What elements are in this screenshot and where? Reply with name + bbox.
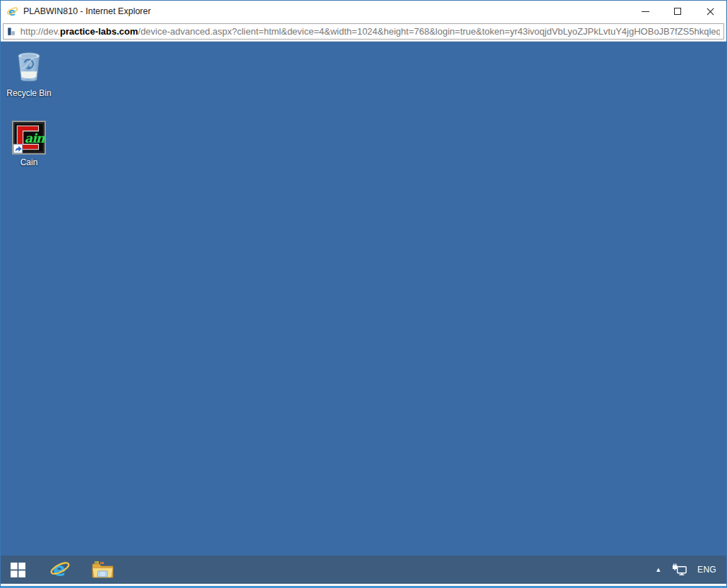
close-icon: [707, 8, 714, 16]
url-field[interactable]: http://dev.practice-labs.com/device-adva…: [3, 23, 724, 40]
url-text: http://dev.practice-labs.com/device-adva…: [20, 26, 720, 37]
window-title: PLABWIN810 - Internet Explorer: [23, 6, 151, 16]
folder-icon: [92, 560, 114, 580]
language-indicator[interactable]: ENG: [697, 565, 716, 575]
windows-logo-icon: [11, 563, 25, 577]
desktop-icon-cain[interactable]: ain Cain: [2, 121, 56, 167]
maximize-icon: [674, 8, 681, 15]
ie-window: e PLABWIN810 - Internet Explorer http://…: [0, 0, 727, 588]
ethernet-network-icon[interactable]: [672, 563, 687, 576]
taskbar: e ▲: [1, 556, 726, 584]
recycle-bin-icon: [11, 46, 47, 85]
maximize-button[interactable]: [661, 1, 694, 22]
cain-shortcut-icon: ain: [12, 121, 46, 155]
window-bottom-gap: [1, 584, 726, 586]
minimize-button[interactable]: [629, 1, 661, 22]
url-domain: practice-labs.com: [60, 26, 138, 37]
url-path: /device-advanced.aspx?client=html&device…: [138, 26, 720, 37]
remote-desktop[interactable]: Recycle Bin ain Cain: [1, 42, 726, 584]
address-bar: http://dev.practice-labs.com/device-adva…: [1, 22, 726, 42]
internet-explorer-icon: e: [49, 559, 71, 580]
desktop-icon-recycle-bin[interactable]: Recycle Bin: [2, 46, 56, 98]
close-button[interactable]: [694, 1, 726, 22]
window-controls: [629, 1, 726, 22]
system-tray: ▲ ENG: [655, 563, 726, 576]
practice-labs-favicon: [7, 27, 16, 37]
cain-label: Cain: [20, 157, 38, 167]
minimize-icon: [642, 11, 649, 12]
start-button[interactable]: [1, 556, 35, 584]
url-scheme: http://dev.: [20, 26, 60, 37]
title-bar[interactable]: e PLABWIN810 - Internet Explorer: [1, 1, 726, 22]
taskbar-file-explorer-button[interactable]: [85, 556, 119, 584]
taskbar-internet-explorer-button[interactable]: e: [43, 556, 77, 584]
svg-text:ain: ain: [25, 131, 46, 145]
internet-explorer-icon: e: [6, 6, 18, 18]
recycle-bin-label: Recycle Bin: [6, 88, 51, 98]
show-hidden-icons-button[interactable]: ▲: [655, 567, 661, 573]
